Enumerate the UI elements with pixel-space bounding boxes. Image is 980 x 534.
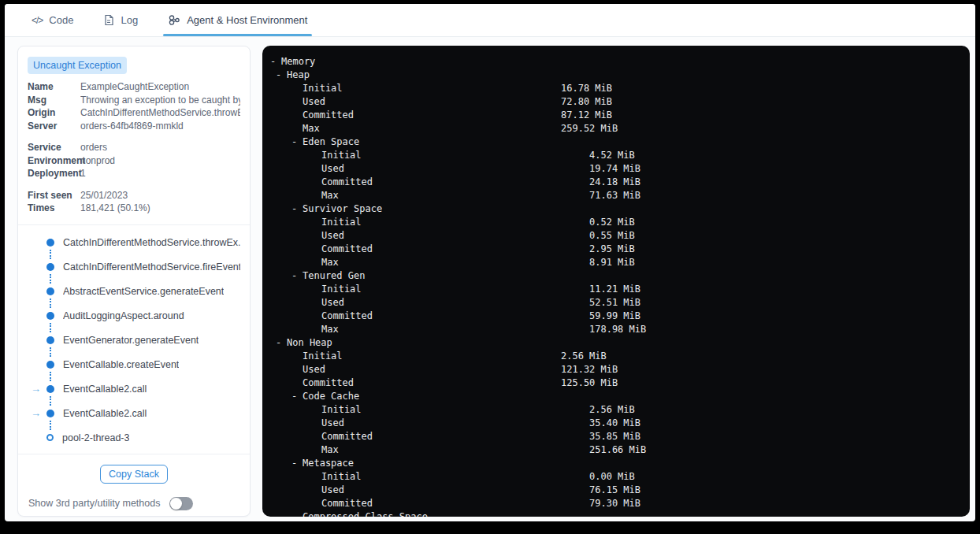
detail-label: Deployment <box>28 167 80 180</box>
memory-metric-label: Max <box>321 190 339 201</box>
stack-frame[interactable]: EventGenerator.generateEvent <box>28 334 240 347</box>
app-window: </> Code Log Agent & <box>5 4 975 521</box>
divider <box>18 224 250 225</box>
stack-frame[interactable]: AbstractEventService.generateEvent <box>28 285 240 298</box>
memory-tree-leaf-row: Initial0.52 MiB <box>270 216 962 229</box>
frame-dot-icon <box>46 336 54 344</box>
frame-dot-icon <box>46 239 54 247</box>
memory-tree-leaf-row: Used72.80 MiB <box>270 95 962 109</box>
memory-tree-leaf-row: Committed24.18 MiB <box>270 176 962 189</box>
memory-metric-value: 72.80 MiB <box>561 95 612 109</box>
memory-tree-header-row[interactable]: -Memory <box>270 55 962 69</box>
memory-metric-label: Tenured Gen <box>303 270 365 281</box>
stack-trace-list: CatchInDifferentMethodService.throwEx...… <box>28 236 240 444</box>
memory-metric-value: 71.63 MiB <box>589 189 640 202</box>
memory-metric-label: Compressed Class Space <box>303 511 428 517</box>
frame-dot-icon <box>46 361 54 369</box>
memory-metric-label: Initial <box>321 471 362 482</box>
detail-group: First seen25/01/2023Times181,421 (50.1%) <box>28 189 240 215</box>
memory-metric-label: Used <box>321 417 344 428</box>
collapse-icon[interactable]: - <box>270 55 281 69</box>
memory-tree-panel: -Memory-HeapInitial16.78 MiBUsed72.80 Mi… <box>262 46 970 517</box>
memory-metric-value: 52.51 MiB <box>589 296 640 310</box>
memory-metric-label: Metaspace <box>303 458 354 469</box>
detail-label: Origin <box>28 106 80 120</box>
memory-tree-leaf-row: Used121.32 MiB <box>270 363 962 376</box>
thread-dot-icon <box>46 434 54 441</box>
collapse-icon[interactable]: - <box>291 269 303 283</box>
stack-frame[interactable]: pool-2-thread-3 <box>28 432 240 444</box>
memory-tree-leaf-row: Max259.52 MiB <box>270 122 962 135</box>
stack-frame[interactable]: →EventCallable2.call <box>28 407 240 420</box>
stack-frame[interactable]: EventCallable.createEvent <box>28 358 240 371</box>
memory-tree-header-row[interactable]: -Tenured Gen <box>270 269 962 283</box>
detail-group: ServiceordersEnvironmentnonprodDeploymen… <box>28 141 240 180</box>
memory-tree-leaf-row: Committed125.50 MiB <box>270 376 962 390</box>
collapse-icon[interactable]: - <box>291 135 303 149</box>
memory-metric-value: 76.15 MiB <box>589 484 640 497</box>
copy-stack-button[interactable]: Copy Stack <box>100 465 168 484</box>
third-party-toggle-switch[interactable] <box>169 497 193 510</box>
memory-tree-header-row[interactable]: -Eden Space <box>270 135 962 149</box>
collapse-icon[interactable]: - <box>276 69 287 82</box>
stack-frame[interactable]: →EventCallable2.call <box>28 383 240 395</box>
frame-connector-dots <box>50 274 51 284</box>
detail-row: Serviceorders <box>28 141 240 154</box>
memory-metric-label: Used <box>321 230 344 241</box>
collapse-icon[interactable]: - <box>291 510 303 517</box>
detail-value: orders <box>80 141 107 154</box>
memory-metric-label: Committed <box>321 498 373 509</box>
stack-frame-label: AbstractEventService.generateEvent <box>63 286 224 297</box>
memory-tree-leaf-row: Committed79.30 MiB <box>270 497 962 510</box>
tab-code[interactable]: </> Code <box>32 4 73 36</box>
memory-metric-label: Heap <box>287 69 310 80</box>
memory-metric-value: 0.00 MiB <box>589 470 635 484</box>
collapse-icon[interactable]: - <box>291 457 303 470</box>
memory-metric-label: Committed <box>321 243 373 254</box>
memory-tree-leaf-row: Max251.66 MiB <box>270 443 962 457</box>
memory-tree-header-row[interactable]: -Compressed Class Space <box>270 510 962 517</box>
memory-tree-leaf-row: Committed35.85 MiB <box>270 430 962 443</box>
detail-value: 25/01/2023 <box>80 189 128 202</box>
memory-tree-leaf-row: Initial11.21 MiB <box>270 283 962 296</box>
tab-agent-label: Agent & Host Environment <box>187 14 307 26</box>
memory-tree-header-row[interactable]: -Survivor Space <box>270 202 962 216</box>
exception-details: NameExampleCaughtExceptionMsgThrowing an… <box>28 80 240 215</box>
memory-metric-label: Used <box>321 297 344 308</box>
memory-tree-header-row[interactable]: -Heap <box>270 69 962 82</box>
memory-tree-header-row[interactable]: -Code Cache <box>270 390 962 403</box>
collapse-icon[interactable]: - <box>276 336 287 350</box>
memory-tree-header-row[interactable]: -Metaspace <box>270 457 962 470</box>
tab-log[interactable]: Log <box>103 4 138 36</box>
memory-tree-header-row[interactable]: -Non Heap <box>270 336 962 350</box>
detail-value: 1 <box>80 167 86 180</box>
tab-code-label: Code <box>49 14 73 26</box>
memory-metric-value: 11.21 MiB <box>589 283 640 296</box>
collapse-icon[interactable]: - <box>291 202 303 216</box>
memory-tree-leaf-row: Used0.55 MiB <box>270 229 962 243</box>
stack-frame-label: CatchInDifferentMethodService.fireEvent <box>63 261 240 273</box>
collapse-icon[interactable]: - <box>291 390 303 403</box>
tab-agent-host-environment[interactable]: Agent & Host Environment <box>168 4 307 36</box>
memory-metric-label: Initial <box>321 404 362 415</box>
detail-label: Environment <box>28 154 80 168</box>
memory-metric-label: Committed <box>321 176 373 187</box>
detail-label: Msg <box>28 94 80 107</box>
exception-card: Uncaught Exception NameExampleCaughtExce… <box>17 46 251 517</box>
memory-metric-value: 0.52 MiB <box>589 216 635 229</box>
memory-tree-leaf-row: Used19.74 MiB <box>270 162 962 176</box>
detail-row: Environmentnonprod <box>28 154 240 168</box>
stack-frame[interactable]: CatchInDifferentMethodService.fireEvent <box>28 261 240 273</box>
memory-metric-label: Initial <box>321 217 362 228</box>
stack-frame[interactable]: AuditLoggingAspect.around <box>28 310 240 322</box>
current-frame-arrow-icon: → <box>31 383 41 395</box>
frame-connector-dots <box>50 347 51 357</box>
memory-metric-value: 59.99 MiB <box>589 310 640 323</box>
log-icon <box>103 14 114 26</box>
detail-group: NameExampleCaughtExceptionMsgThrowing an… <box>28 80 240 132</box>
frame-connector-dots <box>50 372 51 381</box>
stack-frame[interactable]: CatchInDifferentMethodService.throwEx... <box>28 236 240 249</box>
stack-frame-label: AuditLoggingAspect.around <box>63 310 184 321</box>
memory-metric-label: Used <box>321 484 344 495</box>
memory-metric-label: Survivor Space <box>303 203 382 214</box>
